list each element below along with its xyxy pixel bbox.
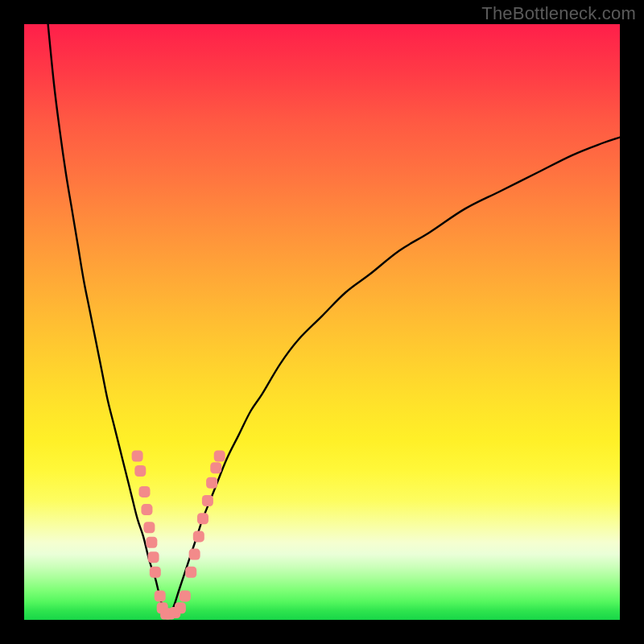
sample-marker (180, 590, 191, 601)
curve-right-branch (167, 138, 620, 617)
chart-frame: TheBottleneck.com (0, 0, 644, 644)
sample-marker (132, 451, 143, 462)
sample-marker (143, 522, 155, 533)
sample-marker (210, 462, 221, 473)
sample-marker (214, 451, 225, 462)
sample-marker (193, 530, 204, 542)
sample-marker (150, 567, 161, 578)
sample-marker (138, 486, 150, 497)
sample-marker (148, 551, 159, 563)
sample-marker (155, 590, 166, 601)
sample-marker (202, 495, 213, 506)
chart-svg (24, 24, 620, 620)
sample-marker (134, 465, 146, 477)
plot-area (24, 24, 620, 620)
sample-marker (146, 537, 157, 548)
sample-marker (197, 513, 208, 524)
sample-marker (189, 549, 200, 560)
sample-marker (175, 602, 186, 613)
sample-marker (141, 504, 152, 515)
curve-layer (48, 24, 620, 617)
sample-marker (185, 567, 196, 578)
sample-marker (206, 477, 217, 489)
watermark-text: TheBottleneck.com (481, 3, 636, 24)
